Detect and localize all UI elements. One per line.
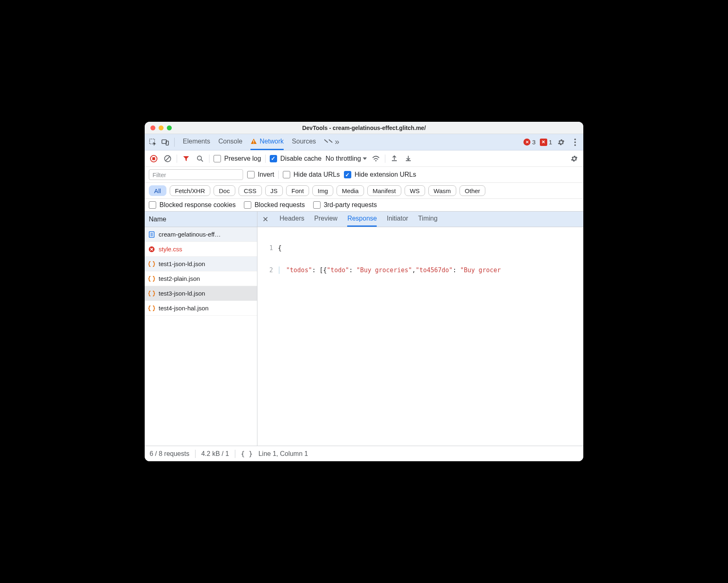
hide-data-urls-label: Hide data URLs: [293, 171, 340, 178]
network-settings-icon[interactable]: [569, 154, 579, 164]
disable-cache-checkbox[interactable]: [270, 155, 277, 162]
invert-option[interactable]: Invert: [247, 171, 274, 178]
status-transfer: 4.2 kB / 1: [201, 450, 229, 458]
import-har-icon[interactable]: [389, 154, 399, 164]
third-party-checkbox[interactable]: [313, 201, 321, 209]
chip-ws[interactable]: WS: [405, 185, 425, 196]
code-token: :: [349, 266, 357, 274]
more-menu-icon[interactable]: [570, 137, 580, 147]
chip-css[interactable]: CSS: [239, 185, 262, 196]
tab-network[interactable]: Network: [250, 134, 284, 150]
hide-ext-urls-checkbox[interactable]: [344, 171, 351, 178]
window-title: DevTools - cream-gelatinous-effect.glitc…: [145, 125, 583, 131]
inspect-icon[interactable]: [148, 137, 158, 147]
chip-doc[interactable]: Doc: [214, 185, 235, 196]
settings-icon[interactable]: [556, 137, 566, 147]
hide-data-urls-checkbox[interactable]: [283, 171, 290, 178]
tab-elements[interactable]: Elements: [183, 134, 210, 150]
disable-cache-option[interactable]: Disable cache: [270, 155, 322, 162]
request-row[interactable]: style.css: [145, 242, 257, 257]
detail-tab-initiator[interactable]: Initiator: [387, 212, 408, 227]
detail-tab-preview[interactable]: Preview: [314, 212, 337, 227]
tab-network-label: Network: [259, 138, 284, 145]
request-name: test3-json-ld.json: [159, 290, 205, 297]
throttling-dropdown[interactable]: No throttling: [325, 155, 366, 162]
status-requests: 6 / 8 requests: [150, 450, 189, 458]
braces-icon[interactable]: { }: [241, 450, 253, 458]
chip-font[interactable]: Font: [286, 185, 309, 196]
request-row[interactable]: test2-plain.json: [145, 271, 257, 286]
clear-button[interactable]: [163, 154, 173, 164]
errors-badge[interactable]: 3: [523, 139, 535, 146]
invert-checkbox[interactable]: [247, 171, 255, 178]
request-row[interactable]: test1-json-ld.json: [145, 257, 257, 271]
chip-all[interactable]: All: [149, 185, 166, 196]
chip-js[interactable]: JS: [265, 185, 283, 196]
request-row[interactable]: cream-gelatinous-eff…: [145, 227, 257, 242]
record-button[interactable]: [149, 154, 159, 164]
blocked-cookies-option[interactable]: Blocked response cookies: [149, 201, 236, 209]
chip-other[interactable]: Other: [460, 185, 486, 196]
blocked-requests-option[interactable]: Blocked requests: [244, 201, 305, 209]
third-party-option[interactable]: 3rd-party requests: [313, 201, 377, 209]
device-toolbar-icon[interactable]: [160, 137, 170, 147]
error-icon: [148, 246, 155, 253]
close-window-button[interactable]: [150, 125, 155, 130]
chevron-down-icon: [363, 157, 367, 160]
request-row[interactable]: test4-json-hal.json: [145, 301, 257, 316]
more-tabs-button[interactable]: »: [324, 134, 339, 150]
blocked-cookies-checkbox[interactable]: [149, 201, 156, 209]
maximize-window-button[interactable]: [167, 125, 172, 130]
separator: [209, 155, 209, 163]
tab-sources[interactable]: Sources: [292, 134, 316, 150]
request-row[interactable]: test3-json-ld.json: [145, 286, 257, 301]
close-detail-button[interactable]: ✕: [261, 215, 270, 224]
response-code[interactable]: 1 { 2 "todos": [{"todo": "Buy groceries"…: [257, 227, 583, 446]
titlebar: DevTools - cream-gelatinous-effect.glitc…: [145, 122, 583, 134]
chip-img[interactable]: Img: [312, 185, 333, 196]
svg-rect-9: [152, 157, 155, 160]
request-name: test4-json-hal.json: [159, 305, 209, 312]
separator: [174, 138, 175, 147]
minimize-window-button[interactable]: [159, 125, 164, 130]
request-sidebar: Name cream-gelatinous-eff… style.css tes…: [145, 212, 257, 446]
tabstrip-right: 3 ✕ 1: [523, 137, 580, 147]
chip-wasm[interactable]: Wasm: [428, 185, 456, 196]
blocked-requests-label: Blocked requests: [255, 201, 305, 209]
separator: [195, 450, 196, 458]
network-conditions-icon[interactable]: [371, 154, 381, 164]
code-token: :: [453, 266, 460, 274]
preserve-log-option[interactable]: Preserve log: [214, 155, 261, 162]
svg-line-13: [201, 159, 203, 162]
blocked-cookies-label: Blocked response cookies: [159, 201, 236, 209]
chip-fetch-xhr[interactable]: Fetch/XHR: [170, 185, 210, 196]
code-token: ,: [412, 266, 416, 274]
svg-line-11: [166, 157, 170, 161]
search-icon[interactable]: [195, 154, 205, 164]
separator: [265, 155, 266, 163]
hide-data-urls-option[interactable]: Hide data URLs: [283, 171, 340, 178]
code-token: "Buy groceries": [357, 266, 412, 274]
filter-toggle-icon[interactable]: [181, 154, 191, 164]
chip-manifest[interactable]: Manifest: [367, 185, 401, 196]
request-name: style.css: [159, 246, 182, 253]
code-token: "todos": [286, 266, 312, 274]
sidebar-header[interactable]: Name: [145, 212, 257, 227]
panel-tabstrip: Elements Console Network Sources » 3 ✕ 1: [145, 134, 583, 150]
export-har-icon[interactable]: [403, 154, 413, 164]
hide-ext-urls-option[interactable]: Hide extension URLs: [344, 171, 416, 178]
tab-console[interactable]: Console: [218, 134, 243, 150]
issues-badge[interactable]: ✕ 1: [540, 139, 552, 146]
svg-rect-3: [254, 140, 255, 142]
filter-input[interactable]: [149, 169, 243, 180]
preserve-log-label: Preserve log: [224, 155, 261, 162]
svg-point-14: [375, 160, 376, 161]
network-toolbar: Preserve log Disable cache No throttling: [145, 150, 583, 167]
separator: [235, 450, 235, 458]
detail-tab-response[interactable]: Response: [347, 212, 377, 227]
chip-media[interactable]: Media: [337, 185, 364, 196]
blocked-requests-checkbox[interactable]: [244, 201, 251, 209]
preserve-log-checkbox[interactable]: [214, 155, 221, 162]
detail-tab-headers[interactable]: Headers: [280, 212, 304, 227]
detail-tab-timing[interactable]: Timing: [418, 212, 437, 227]
